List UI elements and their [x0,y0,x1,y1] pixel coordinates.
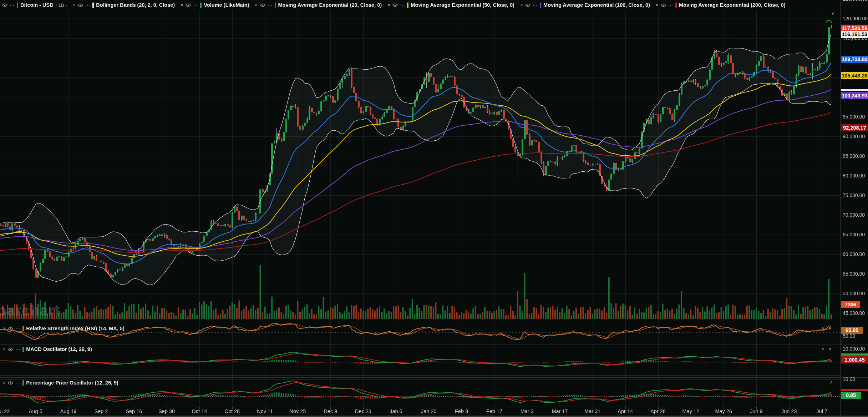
legend-ema-100[interactable]: × ⋯ Moving Average Exponential (100, Clo… [520,2,650,8]
legend-ema-200[interactable]: × ⋯ Moving Average Exponential (200, Clo… [656,2,786,8]
rsi-panel-title: Relative Strength Index (RSI) (14, MA, 5… [26,326,125,331]
remove-indicator-icon[interactable]: × [181,2,183,8]
series-color-chip [540,2,541,8]
time-tick-label: Oct 28 [224,408,240,414]
series-color-chip [200,2,202,8]
rsi-panel-chevrons[interactable]: ∧ ∨ [821,326,833,331]
price-badge-ema200: 92,208.17 [841,124,868,131]
price-tick-label: 75,000.00 [843,192,867,198]
more-options-icon[interactable]: ⋯ [193,2,198,8]
visibility-eye-icon[interactable] [525,3,531,7]
remove-indicator-icon[interactable]: × [3,326,6,331]
price-tick-label: 95,000.00 [843,114,867,120]
remove-indicator-icon[interactable]: × [3,380,6,386]
rsi-panel-legend[interactable]: × ⋯ Relative Strength Index (RSI) (14, M… [3,325,125,332]
time-tick-label: Jul 22 [0,408,10,414]
visibility-eye-icon[interactable] [2,3,7,7]
indicator-label: Volume (LikeMain) [204,2,249,8]
legend-ema-50[interactable]: × ⋯ Moving Average Exponential (50, Clos… [387,2,514,8]
axis-value-strip [841,89,868,91]
series-color-chip [675,2,677,8]
indicator-label: Moving Average Exponential (20, Close, 0… [278,2,382,8]
remove-indicator-icon[interactable]: × [656,2,659,8]
time-tick-label: Aug 5 [29,408,42,414]
series-color-chip [22,326,24,331]
time-tick-label: Oct 14 [192,408,207,414]
time-tick-label: Sep 30 [158,408,175,414]
interval-label[interactable]: · 1D · [56,2,67,8]
price-badge-ema20: 109,720.82 [841,56,868,63]
remove-indicator-icon[interactable]: × [520,2,523,8]
more-options-icon[interactable]: ⋯ [85,2,90,8]
symbol-label: Bitcoin - USD [20,2,54,8]
more-options-icon[interactable]: ⋯ [400,2,405,8]
legend-ema-20[interactable]: × ⋯ Moving Average Exponential (20, Clos… [255,2,382,8]
axis-value-strip [841,389,868,391]
more-options-icon[interactable]: ⋯ [268,2,273,8]
visibility-eye-icon[interactable] [8,381,13,385]
price-badge-ema50: 105,449.26 [841,72,868,79]
price-tick-label: 80,000.00 [843,173,867,179]
legend-volume[interactable]: × ⋯ Volume (LikeMain) [181,2,249,8]
indicator-label: Bollinger Bands (20, 2, 0, Close) [96,2,175,8]
indicator-toolbar: ⋯ Bitcoin - USD · 1D · × ⋯ Bollinger Ban… [2,0,786,10]
visibility-eye-icon[interactable] [661,3,666,7]
chart-canvas[interactable] [0,0,868,417]
price-tick-label: 125,000.00 [843,0,867,2]
macd-panel-title: MACD Oscillator (12, 26, 9) [26,346,92,352]
series-color-chip [17,2,18,8]
visibility-eye-icon[interactable] [392,3,398,7]
macd-panel-chevrons[interactable]: ∧ ∨ [821,346,833,351]
macd-panel-legend[interactable]: × ⋯ MACD Oscillator (12, 26, 9) [3,346,92,353]
price-tick-label: 120,000.00 [843,16,867,21]
visibility-eye-icon[interactable] [78,3,83,7]
time-tick-label: Jan 6 [390,408,402,414]
price-tick-label: 90,000.00 [843,134,867,139]
rsi-badge: 65.05 [841,327,863,334]
price-tick-label: 65,000.00 [843,232,867,237]
time-tick-label: Nov 25 [289,408,306,414]
remove-indicator-icon[interactable]: × [73,2,76,8]
remove-indicator-icon[interactable]: × [255,2,258,8]
time-tick-label: Apr 28 [650,408,666,414]
visibility-eye-icon[interactable] [260,3,265,7]
legend-symbol[interactable]: ⋯ Bitcoin - USD · 1D · [2,2,67,8]
price-tick-label: 60,000.00 [843,251,867,257]
time-tick-label: Jul 7 [816,408,827,414]
more-options-icon[interactable]: ⋯ [668,2,673,8]
volume-badge: 7306 [841,301,860,308]
more-options-icon[interactable]: ⋯ [15,326,20,331]
series-color-chip [92,2,94,8]
price-tick-label: 85,000.00 [843,153,867,159]
collapse-main-panel-chevron[interactable]: ∨ [831,11,836,16]
legend-bollinger-bands[interactable]: × ⋯ Bollinger Bands (20, 2, 0, Close) [73,2,175,8]
visibility-eye-icon[interactable] [186,3,191,7]
visibility-eye-icon[interactable] [8,327,13,331]
remove-indicator-icon[interactable]: × [3,346,6,352]
panel-scale-label: 10,000.00 [843,346,867,352]
time-tick-label: Jan 20 [421,408,437,414]
ppo-badge: 0.85 [841,392,861,399]
panel-scale-label: 10.00 [843,376,867,382]
ppo-panel-legend[interactable]: × ⋯ Percentage Price Oscillator (12, 26,… [3,379,118,386]
time-tick-label: Jun 23 [781,408,797,414]
charting-app: barchart ⋯ Bitcoin - USD · 1D · × ⋯ Boll… [0,0,868,417]
indicator-label: Moving Average Exponential (100, Close, … [543,2,650,8]
axis-value-strip [841,353,868,356]
time-tick-label: Dec 9 [324,408,337,414]
time-tick-label: Dec 23 [355,408,371,414]
visibility-eye-icon[interactable] [8,347,13,351]
more-options-icon[interactable]: ⋯ [10,2,15,8]
more-options-icon[interactable]: ⋯ [15,380,20,386]
time-tick-label: Feb 3 [455,408,468,414]
time-tick-label: Feb 17 [486,408,502,414]
ppo-panel-chevron[interactable]: ∧ [830,380,834,385]
price-tick-label: 55,000.00 [843,271,867,277]
more-options-icon[interactable]: ⋯ [533,2,538,8]
time-tick-label: Sep 16 [126,408,142,414]
remove-indicator-icon[interactable]: × [387,2,390,8]
more-options-icon[interactable]: ⋯ [15,347,20,352]
indicator-label: Moving Average Exponential (50, Close, 0… [411,2,514,8]
time-tick-label: Mar 31 [584,408,600,414]
indicator-label: Moving Average Exponential (200, Close, … [679,2,786,8]
